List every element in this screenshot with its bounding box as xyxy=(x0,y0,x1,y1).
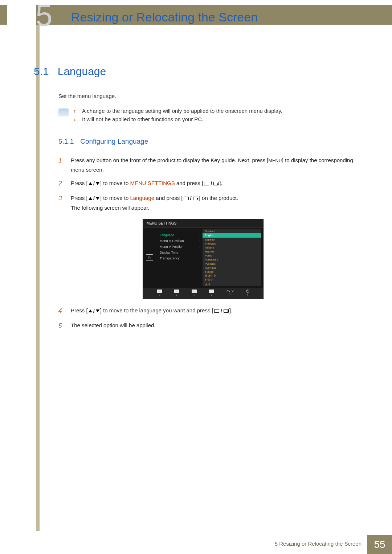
menu-button-label: MENU xyxy=(268,158,282,163)
osd-category-iconcol xyxy=(143,228,156,288)
osd-menu-item-v-position[interactable]: Menu V-Position: xyxy=(159,244,201,250)
note-item: z It will not be applied to other functi… xyxy=(74,116,282,122)
osd-language-option[interactable]: Polski xyxy=(203,254,261,258)
osd-footer-bar: ◂▾ ▾▾ ▴▾ ↵▾ AUTO▾ ▾ xyxy=(143,288,263,299)
step-text: Press [ xyxy=(71,195,88,201)
osd-language-list: Deutsch English Español Français Italian… xyxy=(203,229,261,286)
bullet-icon: z xyxy=(74,109,75,113)
step-text: ]. xyxy=(219,180,222,186)
highlight-language: Language xyxy=(130,195,154,201)
osd-menu-item-language[interactable]: Language: xyxy=(159,232,201,238)
step-2: 2 Press [/] to move to MENU SETTINGS and… xyxy=(58,178,360,189)
note-text: A change to the language setting will on… xyxy=(82,108,282,114)
step-number: 1 xyxy=(58,156,71,174)
step-text: and press [ xyxy=(175,180,203,186)
osd-language-option[interactable]: 简体中文 xyxy=(203,274,261,278)
step-text: ] to move to xyxy=(100,180,130,186)
step-number: 3 xyxy=(58,193,71,212)
step-text: Press [ xyxy=(71,180,88,186)
step-3: 3 Press [/] to move to Language and pres… xyxy=(58,193,360,212)
footer-page-number: 55 xyxy=(367,535,392,554)
source-enter-icon: / xyxy=(214,306,229,316)
step-text-line2: The following screen will appear. xyxy=(71,203,360,213)
up-down-icon: / xyxy=(89,194,99,203)
step-text: ]. xyxy=(229,307,232,313)
osd-language-option[interactable]: Deutsch xyxy=(203,229,261,233)
osd-panel: MENU SETTINGS Language: Menu H-Position:… xyxy=(143,219,264,299)
osd-language-option[interactable]: 汉语 xyxy=(203,282,261,286)
osd-language-option[interactable]: Svenska xyxy=(203,266,261,270)
osd-language-option[interactable]: Italiano xyxy=(203,246,261,250)
bullet-icon: z xyxy=(74,118,75,122)
osd-footer-enter-icon: ↵▾ xyxy=(209,290,214,297)
step-number: 2 xyxy=(58,178,71,189)
step-4: 4 Press [/] to move to the language you … xyxy=(58,306,360,316)
osd-menu-item-transparency[interactable]: Transparency: xyxy=(159,255,201,261)
section-number: 5.1 xyxy=(34,65,49,78)
osd-footer-power-icon: ▾ xyxy=(246,290,249,297)
step-number: 5 xyxy=(58,321,71,331)
section-intro: Set the menu language. xyxy=(58,93,360,99)
osd-language-option-selected[interactable]: English xyxy=(203,233,261,237)
step-1: 1 Press any button on the front of the p… xyxy=(58,156,360,174)
header-decor-edge xyxy=(0,5,7,25)
footer-chapter-label: 5 Resizing or Relocating the Screen xyxy=(275,541,362,547)
osd-language-option[interactable]: Русский xyxy=(203,262,261,266)
note-block: z A change to the language setting will … xyxy=(58,108,360,124)
subsection-title: Configuring Language xyxy=(80,138,148,145)
step-text: ] to move to the language you want and p… xyxy=(100,307,213,313)
step-text: ] to move to xyxy=(100,195,130,201)
osd-language-option[interactable]: Français xyxy=(203,242,261,246)
up-down-icon: / xyxy=(89,179,99,188)
step-5: 5 The selected option will be applied. xyxy=(58,321,360,331)
osd-language-option[interactable]: Português xyxy=(203,258,261,262)
step-text: The selected option will be applied. xyxy=(71,321,360,331)
osd-language-option[interactable]: Magyar xyxy=(203,250,261,254)
osd-title: MENU SETTINGS xyxy=(143,219,263,228)
osd-menu-item-h-position[interactable]: Menu H-Position: xyxy=(159,238,201,244)
osd-language-option[interactable]: Español xyxy=(203,238,261,242)
osd-language-option[interactable]: 한국어 xyxy=(203,278,261,282)
up-down-icon: / xyxy=(89,306,99,316)
note-icon xyxy=(58,108,69,116)
step-text: Press [ xyxy=(71,307,88,313)
source-enter-icon: / xyxy=(184,194,198,203)
section-title: Language xyxy=(58,65,106,78)
osd-menu-item-display-time[interactable]: Display Time: xyxy=(159,250,201,255)
step-number: 4 xyxy=(58,306,71,316)
step-text: and press [ xyxy=(154,195,183,201)
source-enter-icon: / xyxy=(204,179,219,188)
osd-menu-list: Language: Menu H-Position: Menu V-Positi… xyxy=(156,228,203,288)
highlight-menu-settings: MENU SETTINGS xyxy=(130,180,175,186)
osd-footer-up-icon: ▴▾ xyxy=(192,290,197,297)
osd-footer-auto-label: AUTO▾ xyxy=(226,290,233,297)
osd-footer-down-icon: ▾▾ xyxy=(174,290,179,297)
page-footer: 5 Resizing or Relocating the Screen 55 xyxy=(0,535,392,554)
note-text: It will not be applied to other function… xyxy=(82,116,203,122)
settings-icon xyxy=(146,254,153,261)
osd-language-option[interactable]: Türkçe xyxy=(203,270,261,274)
note-item: z A change to the language setting will … xyxy=(74,108,282,114)
step-text: Press any button on the front of the pro… xyxy=(71,157,268,163)
osd-footer-back-icon: ◂▾ xyxy=(157,290,162,297)
chapter-title: Resizing or Relocating the Screen xyxy=(71,10,258,24)
subsection-number: 5.1.1 xyxy=(58,138,74,145)
step-text: ] on the product. xyxy=(199,195,238,201)
